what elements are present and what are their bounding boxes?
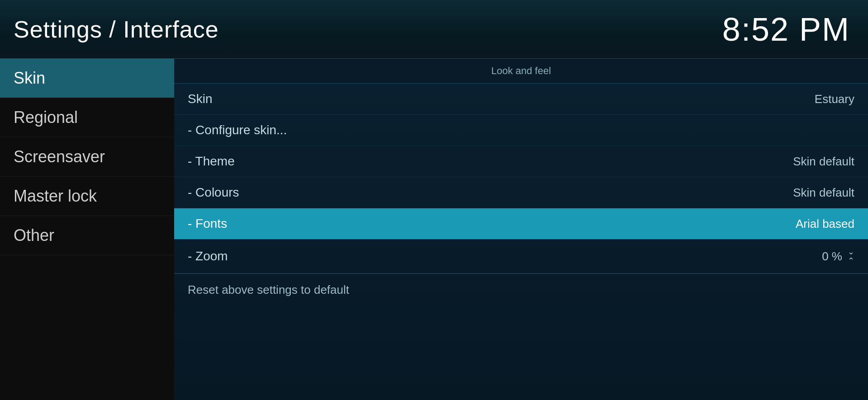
reset-button[interactable]: Reset above settings to default [174, 274, 868, 306]
zoom-up-icon[interactable]: ⌃ [848, 257, 854, 265]
page-title: Settings / Interface [14, 16, 219, 43]
skin-label: Skin [188, 92, 212, 106]
colours-label: - Colours [188, 185, 239, 200]
colours-value: Skin default [793, 186, 854, 200]
zoom-label: - Zoom [188, 249, 228, 264]
settings-row-fonts[interactable]: - Fonts Arial based [174, 208, 868, 240]
sidebar-item-skin[interactable]: Skin [0, 59, 174, 98]
content-area: Look and feel Skin Estuary - Configure s… [174, 59, 868, 400]
fonts-label: - Fonts [188, 216, 227, 231]
sidebar: Skin Regional Screensaver Master lock Ot… [0, 59, 174, 400]
sidebar-item-regional[interactable]: Regional [0, 98, 174, 137]
main-layout: Skin Regional Screensaver Master lock Ot… [0, 59, 868, 400]
section-header: Look and feel [174, 59, 868, 84]
zoom-value: 0 % ⌄ ⌃ [822, 248, 854, 265]
fonts-value: Arial based [796, 217, 854, 231]
configure-skin-label: - Configure skin... [188, 123, 287, 137]
sidebar-item-other[interactable]: Other [0, 216, 174, 255]
theme-value: Skin default [793, 155, 854, 169]
skin-value: Estuary [815, 92, 854, 106]
settings-row-colours[interactable]: - Colours Skin default [174, 177, 868, 208]
settings-row-skin[interactable]: Skin Estuary [174, 84, 868, 115]
zoom-down-icon[interactable]: ⌄ [848, 248, 854, 256]
settings-row-theme[interactable]: - Theme Skin default [174, 146, 868, 177]
sidebar-item-master-lock[interactable]: Master lock [0, 177, 174, 216]
settings-row-zoom[interactable]: - Zoom 0 % ⌄ ⌃ [174, 240, 868, 273]
settings-row-configure-skin[interactable]: - Configure skin... [174, 115, 868, 146]
clock: 8:52 PM [722, 11, 850, 48]
header: Settings / Interface 8:52 PM [0, 0, 868, 59]
settings-list: Skin Estuary - Configure skin... - Theme… [174, 84, 868, 273]
sidebar-item-screensaver[interactable]: Screensaver [0, 137, 174, 177]
theme-label: - Theme [188, 154, 235, 169]
zoom-controls[interactable]: ⌄ ⌃ [848, 248, 854, 265]
